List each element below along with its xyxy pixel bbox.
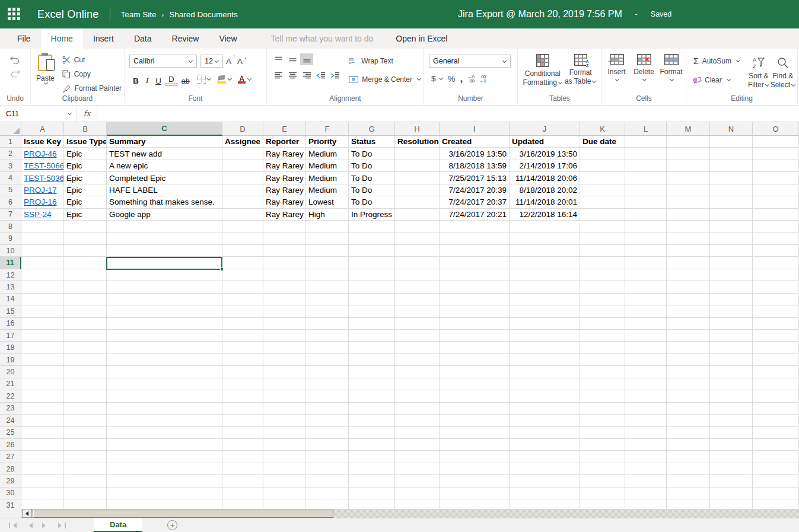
cell-K29[interactable]	[580, 475, 625, 487]
row-header-26[interactable]: 26	[0, 439, 21, 451]
cell-N18[interactable]	[710, 342, 753, 353]
cell-B9[interactable]	[64, 233, 107, 245]
cell-J3[interactable]: 2/14/2019 17:06	[510, 160, 580, 172]
cell-N8[interactable]	[710, 221, 753, 232]
cell-H31[interactable]	[395, 499, 440, 509]
cell-F13[interactable]	[306, 281, 349, 293]
cell-F26[interactable]	[306, 439, 349, 451]
row-header-13[interactable]: 13	[0, 281, 21, 293]
cell-N13[interactable]	[710, 281, 753, 293]
cell-J29[interactable]	[510, 475, 580, 487]
increase-indent-button[interactable]	[329, 69, 342, 81]
cell-H20[interactable]	[395, 366, 440, 378]
column-header-G[interactable]: G	[349, 122, 395, 136]
cell-C30[interactable]	[107, 488, 222, 499]
cell-N2[interactable]	[710, 148, 753, 160]
cell-I20[interactable]	[440, 366, 510, 378]
clear-button[interactable]: Clear	[691, 74, 746, 86]
cell-A7[interactable]: SSP-24	[21, 209, 64, 221]
cell-E16[interactable]	[263, 318, 306, 330]
cell-O16[interactable]	[753, 318, 799, 330]
cell-B23[interactable]	[64, 403, 107, 415]
tell-me-box[interactable]: Tell me what you want to do	[265, 28, 380, 49]
cell-B21[interactable]	[64, 378, 107, 390]
cell-C6[interactable]: Something that makes sense.	[107, 196, 222, 208]
cell-I14[interactable]	[440, 294, 510, 305]
cell-E6[interactable]: Ray Rarey	[263, 196, 306, 208]
cell-N12[interactable]	[710, 269, 753, 281]
cell-K13[interactable]	[580, 281, 625, 293]
align-bottom-button[interactable]	[300, 53, 313, 65]
cell-M1[interactable]	[667, 136, 710, 148]
cell-L1[interactable]	[625, 136, 667, 148]
row-header-2[interactable]: 2	[0, 148, 21, 160]
cell-H24[interactable]	[395, 415, 440, 426]
cell-M15[interactable]	[667, 305, 710, 317]
cell-K26[interactable]	[580, 439, 625, 451]
cell-L14[interactable]	[625, 294, 667, 305]
cell-A15[interactable]	[21, 305, 64, 317]
cell-D27[interactable]	[222, 451, 263, 463]
cell-J15[interactable]	[510, 305, 580, 317]
cell-D19[interactable]	[222, 354, 263, 366]
cell-M8[interactable]	[667, 221, 710, 232]
cell-J20[interactable]	[510, 366, 580, 378]
cell-G2[interactable]: To Do	[349, 148, 395, 160]
cell-K5[interactable]	[580, 184, 625, 196]
cell-G14[interactable]	[349, 294, 395, 305]
cell-M30[interactable]	[667, 488, 710, 499]
cell-D7[interactable]	[222, 209, 263, 221]
cell-H22[interactable]	[395, 390, 440, 402]
cell-J8[interactable]	[510, 221, 580, 232]
cell-N17[interactable]	[710, 330, 753, 342]
row-header-8[interactable]: 8	[0, 221, 21, 232]
column-header-M[interactable]: M	[667, 122, 710, 136]
cell-J14[interactable]	[510, 294, 580, 305]
cell-J16[interactable]	[510, 318, 580, 330]
cell-O26[interactable]	[753, 439, 799, 451]
cell-H10[interactable]	[395, 245, 440, 257]
cell-D29[interactable]	[222, 475, 263, 487]
fill-color-icon[interactable]	[217, 75, 227, 84]
app-launcher-icon[interactable]	[8, 8, 21, 21]
cell-L27[interactable]	[625, 451, 667, 463]
row-header-12[interactable]: 12	[0, 269, 21, 281]
cell-L6[interactable]	[625, 196, 667, 208]
cell-B13[interactable]	[64, 281, 107, 293]
cell-N23[interactable]	[710, 403, 753, 415]
cell-E11[interactable]	[263, 257, 306, 269]
cell-B18[interactable]	[64, 342, 107, 353]
cell-J4[interactable]: 11/14/2018 20:06	[510, 172, 580, 184]
cell-K27[interactable]	[580, 451, 625, 463]
cell-E23[interactable]	[263, 403, 306, 415]
cell-I30[interactable]	[440, 488, 510, 499]
row-header-21[interactable]: 21	[0, 378, 21, 390]
cell-C15[interactable]	[107, 305, 222, 317]
cell-C8[interactable]	[107, 221, 222, 232]
cell-E29[interactable]	[263, 475, 306, 487]
cell-H17[interactable]	[395, 330, 440, 342]
cell-L23[interactable]	[625, 403, 667, 415]
cell-J1[interactable]: Updated	[510, 136, 580, 148]
cell-H9[interactable]	[395, 233, 440, 245]
cell-I16[interactable]	[440, 318, 510, 330]
cell-D16[interactable]	[222, 318, 263, 330]
fill-color-dropdown-chevron[interactable]	[228, 77, 232, 81]
row-header-20[interactable]: 20	[0, 366, 21, 378]
cell-K28[interactable]	[580, 463, 625, 475]
cell-O6[interactable]	[753, 196, 799, 208]
cell-F18[interactable]	[306, 342, 349, 353]
cell-E7[interactable]: Ray Rarey	[263, 209, 306, 221]
cell-F9[interactable]	[306, 233, 349, 245]
cell-C22[interactable]	[107, 390, 222, 402]
cell-L22[interactable]	[625, 390, 667, 402]
cell-H3[interactable]	[395, 160, 440, 172]
cell-K30[interactable]	[580, 488, 625, 499]
row-header-19[interactable]: 19	[0, 354, 21, 366]
cell-H19[interactable]	[395, 354, 440, 366]
align-middle-button[interactable]	[286, 53, 299, 65]
cell-A22[interactable]	[21, 390, 64, 402]
cell-B31[interactable]	[64, 499, 107, 509]
cell-N28[interactable]	[710, 463, 753, 475]
cell-D30[interactable]	[222, 488, 263, 499]
